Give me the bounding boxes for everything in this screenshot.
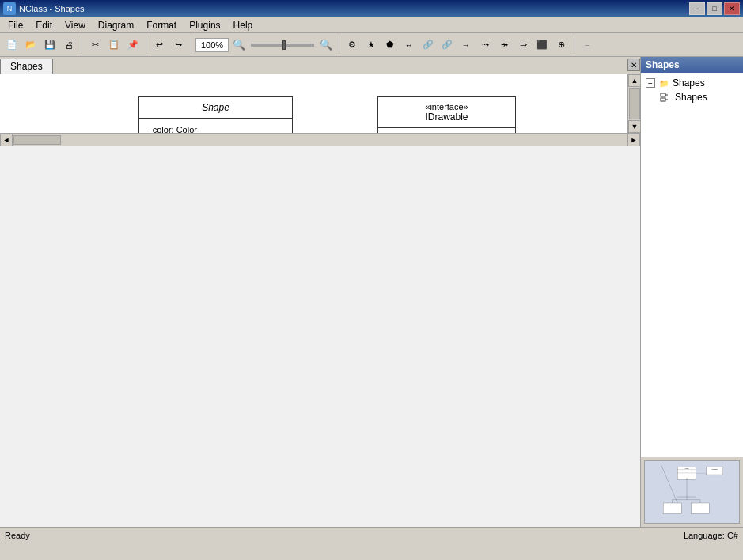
title-bar: N NClass - Shapes − □ ✕ bbox=[0, 0, 743, 17]
svg-text:IDrawable: IDrawable bbox=[711, 468, 718, 470]
sep5 bbox=[574, 36, 574, 54]
diagram-wrapper: Shape - color: Color - location: PointF … bbox=[0, 74, 640, 146]
menu-plugins[interactable]: Plugins bbox=[183, 18, 226, 32]
language-text: Language: C# bbox=[684, 531, 738, 540]
svg-text:Shape: Shape bbox=[684, 467, 688, 469]
scroll-left-button[interactable]: ◄ bbox=[0, 134, 13, 146]
minimize-button[interactable]: − bbox=[689, 2, 705, 15]
preview-svg: Shape IDrawable Circle Square bbox=[649, 464, 736, 520]
title-bar-text: NClass - Shapes bbox=[19, 4, 85, 13]
canvas-row: Shape - color: Color - location: PointF … bbox=[0, 74, 640, 133]
menu-format[interactable]: Format bbox=[140, 18, 183, 32]
scroll-thumb-v[interactable] bbox=[629, 88, 640, 119]
zoom-out-button[interactable]: 🔍 bbox=[230, 36, 248, 54]
sep1 bbox=[82, 36, 82, 54]
sidebar-tree: − 📁 Shapes Shapes bbox=[641, 73, 743, 457]
undo-button[interactable]: ↩ bbox=[150, 36, 168, 54]
folder-icon: 📁 bbox=[658, 77, 670, 89]
new-button[interactable]: 📄 bbox=[3, 36, 21, 54]
vertical-scrollbar[interactable]: ▲ ▼ bbox=[627, 74, 640, 133]
sep4 bbox=[339, 36, 339, 54]
idrawable-methods: + Draw(g: Graphics) : void bbox=[378, 128, 515, 133]
menu-bar: File Edit View Diagram Format Plugins He… bbox=[0, 17, 743, 33]
tool3[interactable]: ⬟ bbox=[381, 36, 399, 54]
canvas[interactable]: Shape - color: Color - location: PointF … bbox=[0, 74, 627, 133]
tree-item-root[interactable]: − 📁 Shapes bbox=[644, 76, 740, 90]
zoom-slider[interactable] bbox=[251, 44, 314, 47]
tool8[interactable]: ⇢ bbox=[476, 36, 494, 54]
tab-bar: Shapes ✕ bbox=[0, 57, 640, 74]
scroll-right-button[interactable]: ► bbox=[627, 134, 640, 146]
svg-text:Circle: Circle bbox=[670, 504, 673, 505]
paste-button[interactable]: 📌 bbox=[124, 36, 142, 54]
cut-button[interactable]: ✂ bbox=[86, 36, 104, 54]
svg-rect-7 bbox=[661, 93, 665, 96]
zoom-in-button[interactable]: 🔍 bbox=[317, 36, 335, 54]
status-text: Ready bbox=[5, 531, 30, 540]
svg-rect-15 bbox=[706, 467, 722, 475]
tab-close-button[interactable]: ✕ bbox=[627, 59, 640, 71]
tree-item-shapes[interactable]: Shapes bbox=[644, 90, 740, 104]
shape-attributes: - color: Color - location: PointF bbox=[139, 119, 292, 133]
print-button[interactable]: 🖨 bbox=[60, 36, 78, 54]
tool5[interactable]: 🔗 bbox=[419, 36, 437, 54]
close-button[interactable]: ✕ bbox=[724, 2, 740, 15]
tool11[interactable]: ⬛ bbox=[533, 36, 551, 54]
diagram-area: Shapes ✕ bbox=[0, 57, 640, 527]
tool10[interactable]: ⇒ bbox=[514, 36, 532, 54]
svg-line-18 bbox=[661, 464, 677, 503]
app-icon: N bbox=[3, 2, 16, 15]
idrawable-title: «interface» IDrawable bbox=[378, 97, 515, 128]
menu-file[interactable]: File bbox=[2, 18, 29, 32]
sidebar-header: Shapes bbox=[641, 57, 743, 73]
sidebar: Shapes − 📁 Shapes Shapes bbox=[640, 57, 743, 527]
tab-shapes[interactable]: Shapes bbox=[0, 59, 53, 74]
toolbar: 📄 📂 💾 🖨 ✂ 📋 📌 ↩ ↪ 🔍 🔍 ⚙ ★ ⬟ ↔ 🔗 🔗 → ⇢ ↠ … bbox=[0, 33, 743, 57]
tool1[interactable]: ⚙ bbox=[343, 36, 361, 54]
canvas-with-scroll: Shape - color: Color - location: PointF … bbox=[0, 74, 640, 146]
save-button[interactable]: 💾 bbox=[41, 36, 59, 54]
shape-class-box[interactable]: Shape - color: Color - location: PointF … bbox=[138, 96, 293, 133]
tool2[interactable]: ★ bbox=[362, 36, 380, 54]
sep3 bbox=[191, 36, 191, 54]
sep2 bbox=[146, 36, 146, 54]
scroll-up-button[interactable]: ▲ bbox=[628, 74, 640, 87]
menu-edit[interactable]: Edit bbox=[29, 18, 59, 32]
tool7[interactable]: → bbox=[457, 36, 475, 54]
scroll-thumb-h[interactable] bbox=[13, 135, 61, 145]
svg-text:Square: Square bbox=[698, 504, 702, 505]
tree-expand-icon[interactable]: − bbox=[646, 78, 655, 88]
copy-button[interactable]: 📋 bbox=[105, 36, 123, 54]
main-layout: Shapes ✕ bbox=[0, 57, 743, 527]
tool9[interactable]: ↠ bbox=[495, 36, 513, 54]
menu-view[interactable]: View bbox=[59, 18, 92, 32]
shape-title: Shape bbox=[139, 97, 292, 119]
svg-rect-8 bbox=[661, 98, 665, 101]
diagram-icon bbox=[660, 91, 673, 104]
tool12[interactable]: ⊕ bbox=[552, 36, 570, 54]
menu-diagram[interactable]: Diagram bbox=[92, 18, 140, 32]
delete-button[interactable]: − bbox=[578, 36, 596, 54]
scroll-track-v[interactable] bbox=[628, 87, 640, 120]
diagram-preview: Shape IDrawable Circle Square bbox=[644, 460, 740, 524]
horizontal-scrollbar[interactable]: ◄ ► bbox=[0, 133, 640, 146]
diagram-arrows bbox=[0, 74, 627, 133]
redo-button[interactable]: ↪ bbox=[169, 36, 187, 54]
tool6[interactable]: 🔗 bbox=[438, 36, 456, 54]
idrawable-class-box[interactable]: «interface» IDrawable + Draw(g: Graphics… bbox=[377, 96, 516, 133]
scroll-down-button[interactable]: ▼ bbox=[628, 120, 640, 133]
status-bar: Ready Language: C# bbox=[0, 527, 743, 543]
maximize-button[interactable]: □ bbox=[707, 2, 722, 15]
menu-help[interactable]: Help bbox=[227, 18, 260, 32]
open-button[interactable]: 📂 bbox=[22, 36, 40, 54]
zoom-input[interactable] bbox=[195, 38, 229, 52]
tool4[interactable]: ↔ bbox=[400, 36, 418, 54]
scroll-track-h[interactable] bbox=[13, 134, 627, 146]
